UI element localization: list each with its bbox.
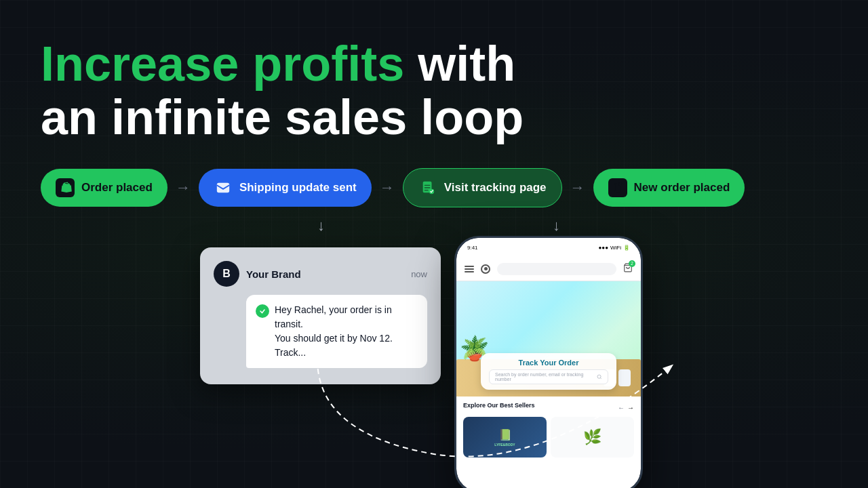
phone-product-grid: 📗 LYFE&BODY 🌿 xyxy=(463,417,634,458)
down-arrow-tracking: ↓ xyxy=(553,217,560,235)
arrow-3: → xyxy=(570,179,585,197)
phone-track-placeholder: Search by order number, email or trackin… xyxy=(495,372,597,382)
phone-track-title: Track Your Order xyxy=(489,359,608,367)
arrow-1: → xyxy=(176,179,191,197)
sms-header: B Your Brand now xyxy=(214,261,427,287)
sms-bubble: Hey Rachel, your order is in transit. Yo… xyxy=(246,295,427,368)
sms-brand-row: B Your Brand xyxy=(214,261,301,287)
sms-card: B Your Brand now Hey Rachel, your order … xyxy=(200,247,441,384)
sms-time: now xyxy=(411,269,427,279)
phone-product-card-2: 🌿 xyxy=(551,417,634,458)
sms-green-dot xyxy=(256,304,269,318)
phone-nav-bar: 2 xyxy=(456,257,641,281)
step-shipping-update: Shipping update sent xyxy=(199,169,372,207)
step-shipping-label: Shipping update sent xyxy=(239,181,357,195)
sms-message-row: Hey Rachel, your order is in transit. Yo… xyxy=(256,303,418,360)
shopify-icon-2 xyxy=(608,178,627,197)
sms-brand-name: Your Brand xyxy=(246,268,301,280)
phone-track-input: Search by order number, email or trackin… xyxy=(489,369,608,384)
step-order-placed-label: Order placed xyxy=(81,181,153,195)
step-tracking-label: Visit tracking page xyxy=(444,181,547,195)
svg-rect-0 xyxy=(217,183,229,193)
sms-line1: Hey Rachel, your order is in transit. xyxy=(275,304,392,329)
arrow-2: → xyxy=(380,179,395,197)
phone-section-header: Explore Our Best Sellers ← → xyxy=(463,402,634,413)
phone-status-bar: 9:41 ●●● WiFi 🔋 xyxy=(456,238,641,257)
phone-hero-image: 🪴 Track Your Order Search by order numbe… xyxy=(456,281,641,396)
phone-product-card-1: 📗 LYFE&BODY xyxy=(463,417,547,458)
doc-icon xyxy=(418,178,437,197)
step-new-order-label: New order placed xyxy=(634,181,730,195)
sms-avatar: B xyxy=(214,261,239,287)
headline-white: with xyxy=(404,37,515,91)
phone-screen: 9:41 ●●● WiFi 🔋 xyxy=(456,238,641,488)
svg-point-4 xyxy=(597,375,601,378)
shopify-icon-1 xyxy=(56,178,75,197)
step-order-placed: Order placed xyxy=(41,169,167,207)
step-new-order: New order placed xyxy=(593,169,745,207)
headline-green: Increase profits xyxy=(41,37,404,91)
headline-line2: an infinite sales loop xyxy=(41,91,524,144)
sms-text: Hey Rachel, your order is in transit. Yo… xyxy=(275,303,418,360)
sms-line2: You should get it by Nov 12. Track... xyxy=(275,333,393,358)
headline-line1: Increase profits with xyxy=(41,37,524,91)
phone-track-overlay: Track Your Order Search by order number,… xyxy=(481,353,616,390)
phone-section-title: Explore Our Best Sellers xyxy=(463,402,535,409)
flow-bar: Order placed → Shipping update sent → Vi… xyxy=(41,168,827,207)
phone-mockup: 9:41 ●●● WiFi 🔋 xyxy=(454,236,643,488)
down-arrow-shipping: ↓ xyxy=(317,217,325,235)
email-icon xyxy=(214,178,233,197)
headline: Increase profits with an infinite sales … xyxy=(41,37,524,144)
step-visit-tracking: Visit tracking page xyxy=(403,168,562,207)
phone-best-sellers: Explore Our Best Sellers ← → 📗 LYFE&BODY xyxy=(456,396,641,463)
